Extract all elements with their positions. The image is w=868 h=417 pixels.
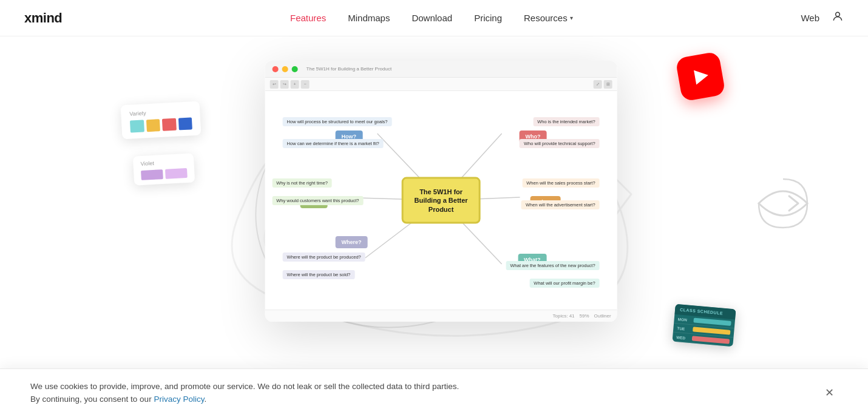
cookie-link-suffix: . [204,395,206,404]
navbar: xmind Features Mindmaps Download Pricing… [0,0,868,36]
nav-pricing[interactable]: Pricing [474,13,502,23]
mindmap-subnode-who-2: Who will provide technical support? [520,139,600,148]
nav-resources[interactable]: Resources ▾ [524,13,573,23]
palette-variety-swatches [130,117,192,132]
mindmap-outliner: Outliner [594,313,611,319]
swatch-violet-2 [165,168,188,179]
mindmap-titlebar: The 5W1H for Building a Better Product [265,61,617,78]
window-dot-green [292,66,298,72]
logo[interactable]: xmind [24,10,62,26]
mindmap-subnode-who-1: Who is the intended market? [533,117,599,126]
window-dot-yellow [282,66,288,72]
cookie-privacy-link[interactable]: Privacy Policy [154,395,204,404]
toolbar-btn-4[interactable]: − [301,80,310,89]
mindmap-subnode-how-2: How can we determine if there is a marke… [283,139,384,148]
cookie-text: We use cookies to provide, improve, and … [30,380,459,406]
toolbar-btn-6[interactable]: ⊞ [604,80,612,89]
bg-arrow-right [747,167,819,251]
mindmap-toolbar: ↩ ↪ + − ⤢ ⊞ [265,78,617,91]
swatch-2 [146,119,160,132]
cookie-text-line2: By continuing, you consent to our [30,395,154,404]
palette-violet-card: Violet [133,153,195,185]
palette-violet-label: Violet [140,158,186,167]
mindmap-subnode-where-2: Where will the product be sold? [283,270,355,279]
nav-actions: Web [801,10,844,25]
logo-text: xmind [24,10,62,26]
cookie-close-button[interactable]: ✕ [821,384,838,401]
nav-web-link[interactable]: Web [801,13,819,23]
nav-download[interactable]: Download [412,13,452,23]
user-icon[interactable] [832,10,844,25]
mindmap-subnode-where-1: Where will the product be produced? [283,253,365,262]
toolbar-btn-3[interactable]: + [291,80,299,89]
mindmap-content: The 5W1H for Building a Better Product W… [265,91,617,310]
youtube-play-triangle [694,68,710,84]
mindmap-window: The 5W1H for Building a Better Product ↩… [265,61,617,322]
nav-mindmaps[interactable]: Mindmaps [348,13,390,23]
nav-features[interactable]: Features [290,13,326,23]
mindmap-statusbar: Topics: 41 59% Outliner [265,310,617,322]
window-dot-red [273,66,279,72]
mindmap-subnode-what-1: What are the features of the new product… [506,261,600,270]
schedule-day-wed: WED [676,335,690,341]
mindmap-subnode-when-1: When will the sales process start? [522,178,599,188]
mindmap-subnode-how-1: How will process be structured to meet o… [283,117,392,126]
mindmap-subnode-why-2: Why would customers want this product? [272,196,363,205]
schedule-bar-tue [693,327,730,334]
mindmap-node-where: Where? [336,236,368,248]
schedule-card: CLASS SCHEDULE MON TUE WED [672,304,736,347]
mindmap-title: The 5W1H for Building a Better Product [307,66,392,72]
toolbar-btn-2[interactable]: ↪ [280,80,289,89]
mindmap-topics-count: Topics: 41 [553,313,575,319]
swatch-3 [162,118,177,131]
schedule-day-tue: TUE [677,326,691,331]
svg-point-0 [836,12,840,16]
mindmap-zoom: 59% [580,313,589,319]
mindmap-center-node: The 5W1H for Building a Better Product [402,177,481,224]
cookie-text-line1: We use cookies to provide, improve, and … [30,382,459,391]
cookie-banner: We use cookies to provide, improve, and … [0,368,868,417]
palette-variety-label: Variety [129,107,191,117]
schedule-bar-wed [692,336,730,344]
swatch-4 [178,117,192,130]
swatch-1 [130,120,144,132]
palette-variety-card: Variety [121,101,202,140]
palette-violet-swatches [141,168,188,180]
schedule-bar-mon [693,317,731,325]
hero-section: Variety Violet The 5W1H for Building a B… [0,0,868,417]
schedule-day-mon: MON [677,317,691,322]
mindmap-subnode-when-2: When will the advertisement start? [521,200,600,209]
toolbar-btn-5[interactable]: ⤢ [594,80,602,89]
toolbar-btn-1[interactable]: ↩ [270,80,279,89]
mindmap-subnode-what-2: What will our profit margin be? [529,279,599,288]
youtube-icon [675,51,725,101]
mindmap-subnode-why-1: Why is not the right time? [272,178,332,188]
chevron-down-icon: ▾ [570,15,573,21]
nav-links: Features Mindmaps Download Pricing Resou… [290,13,573,23]
swatch-violet-1 [141,169,163,180]
